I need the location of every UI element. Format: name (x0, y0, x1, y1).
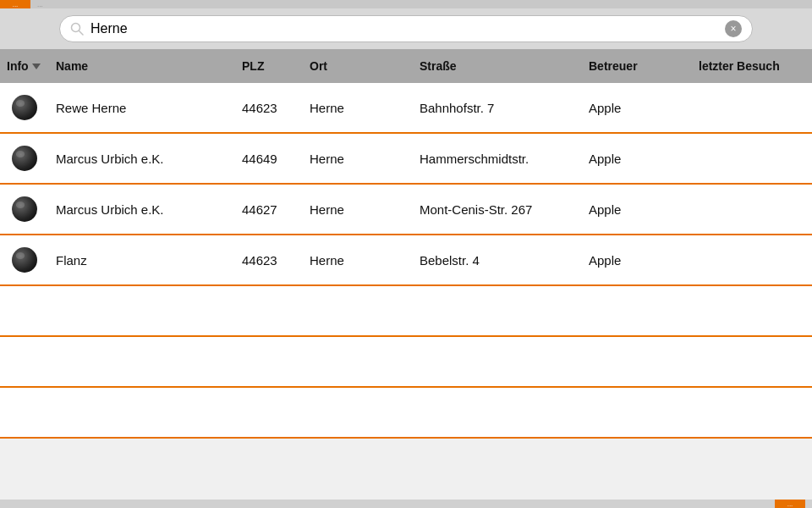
bottom-bar: ... (0, 500, 812, 508)
row-1-plz: 44649 (235, 152, 303, 166)
col-header-plz: PLZ (235, 59, 303, 73)
table-container: Info Name PLZ Ort Straße Betreuer letzte… (0, 49, 812, 439)
row-1-ort: Herne (303, 152, 413, 166)
globe-icon (12, 146, 37, 171)
table-row[interactable]: Rewe Herne 44623 Herne Bahnhofstr. 7 App… (0, 83, 812, 134)
table-header: Info Name PLZ Ort Straße Betreuer letzte… (0, 49, 812, 83)
search-icon (70, 22, 84, 36)
row-0-ort: Herne (303, 101, 413, 115)
col-header-ort: Ort (303, 59, 413, 73)
empty-row (0, 388, 812, 439)
table-row[interactable]: Marcus Urbich e.K. 44627 Herne Mont-Ceni… (0, 185, 812, 235)
row-3-plz: 44623 (235, 253, 303, 268)
row-1-betreuer: Apple (582, 152, 692, 166)
globe-icon (12, 196, 37, 222)
row-2-name: Marcus Urbich e.K. (49, 202, 235, 217)
row-2-ort: Herne (303, 202, 413, 217)
top-bar-orange: ... (0, 0, 30, 8)
table-row[interactable]: Marcus Urbich e.K. 44649 Herne Hammersch… (0, 134, 812, 185)
search-input[interactable] (91, 21, 725, 36)
bottom-dots: ... (775, 500, 805, 508)
row-2-strasse: Mont-Cenis-Str. 267 (413, 202, 582, 217)
globe-icon (12, 247, 37, 273)
top-bar-dots: ... (37, 1, 43, 8)
row-3-name: Flanz (49, 253, 235, 268)
row-2-icon (0, 196, 49, 222)
svg-line-1 (80, 31, 84, 36)
row-3-strasse: Bebelstr. 4 (413, 253, 582, 268)
row-1-strasse: Hammerschmidtstr. (413, 152, 582, 166)
table-row[interactable]: Flanz 44623 Herne Bebelstr. 4 Apple (0, 235, 812, 286)
clear-search-button[interactable]: × (725, 20, 742, 37)
empty-row (0, 337, 812, 388)
globe-icon (12, 95, 37, 120)
row-2-betreuer: Apple (582, 202, 692, 217)
bottom-dots-label: ... (787, 500, 793, 508)
search-input-wrapper: × (59, 15, 753, 42)
row-0-name: Rewe Herne (49, 101, 235, 115)
col-header-betreuer: Betreuer (582, 59, 692, 73)
col-header-strasse: Straße (413, 59, 582, 73)
col-header-letzter-besuch: letzter Besuch (692, 59, 812, 73)
row-3-betreuer: Apple (582, 253, 692, 268)
row-3-icon (0, 247, 49, 273)
row-0-icon (0, 95, 49, 120)
search-bar: × (0, 8, 812, 49)
top-dots-label: ... (13, 1, 19, 8)
row-2-plz: 44627 (235, 202, 303, 217)
row-0-plz: 44623 (235, 101, 303, 115)
row-1-icon (0, 146, 49, 171)
sort-triangle-icon (32, 64, 41, 69)
col-header-info: Info (0, 59, 49, 73)
row-0-betreuer: Apple (582, 101, 692, 115)
col-header-name: Name (49, 59, 235, 73)
row-1-name: Marcus Urbich e.K. (49, 152, 235, 166)
row-0-strasse: Bahnhofstr. 7 (413, 101, 582, 115)
top-bar: ... (0, 0, 812, 8)
row-3-ort: Herne (303, 253, 413, 268)
empty-row (0, 286, 812, 337)
